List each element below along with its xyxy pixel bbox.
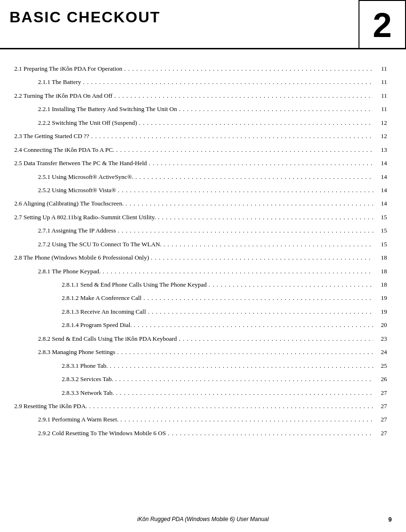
toc-page-number: 14 [375,172,387,182]
toc-page-number: 18 [375,266,387,276]
toc-entry-label: 2.9.2 Cold Resetting To The Windows Mobi… [38,428,166,438]
toc-page-number: 11 [375,77,387,87]
toc-entry: 2.6 Aligning (Calibrating) The Touchscre… [14,198,387,210]
toc-entry: 2.8.2 Send & End Calls Using The iKôn PD… [14,334,387,345]
toc-entry-label: 2.1.1 The Battery [38,77,81,87]
toc-entry: 2.8.3.2 Services Tab.26 [14,374,387,386]
toc-entry-label: 2.2 Turning The iKôn PDA On And Off [14,91,113,101]
page-footer: iKôn Rugged PDA (Windows Mobile 6) User … [0,516,406,523]
toc-dots [139,118,373,128]
toc-page-number: 14 [375,158,387,168]
toc-dots [110,361,373,371]
toc-entry: 2.1 Preparing The iKôn PDA For Operation… [14,64,387,75]
toc-entry-label: 2.8.1.2 Make A Conference Call [62,293,142,303]
toc-dots [143,293,373,303]
toc-entry: 2.9.1 Performing A Warm Reset.27 [14,414,387,426]
toc-entry: 2.8.1.1 Send & End Phone Calls Using The… [14,280,387,291]
chapter-title-block: Basic Checkout [0,0,359,48]
toc-dots [134,320,373,330]
toc-page-number: 27 [375,388,387,398]
toc-dots [89,401,373,411]
toc-dots [179,334,373,344]
toc-page-number: 15 [375,239,387,249]
toc-entry-label: 2.9 Resetting The iKôn PDA. [14,401,87,411]
toc-page-number: 26 [375,374,387,384]
toc-entry: 2.7.1 Assigning The IP Address15 [14,225,387,237]
toc-entry: 2.8.1.4 Program Speed Dial.20 [14,320,387,332]
toc-entry-label: 2.6 Aligning (Calibrating) The Touchscre… [14,198,123,208]
toc-page-number: 15 [375,225,387,235]
toc-entry: 2.5 Data Transfer Between The PC & The H… [14,158,387,170]
toc-entry: 2.2.2 Switching The Unit Off (Suspend)12 [14,118,387,130]
toc-page-number: 15 [375,212,387,222]
toc-dots [118,185,373,196]
toc-dots [149,158,373,168]
footer-title: iKôn Rugged PDA (Windows Mobile 6) User … [14,516,392,523]
toc-entry: 2.8 The Phone (Windows Mobile 6 Professi… [14,252,387,264]
footer-page-number: 9 [388,516,392,523]
toc-entry: 2.1.1 The Battery11 [14,77,387,89]
toc-dots [114,91,373,101]
toc-entry-label: 2.8.3.3 Network Tab. [62,388,114,398]
toc-entry-label: 2.8.3 Managing Phone Settings [38,347,115,357]
toc-dots [125,198,373,209]
toc-page-number: 13 [375,145,387,155]
toc-entry-label: 2.3 The Getting Started CD ?? [14,131,89,141]
toc-entry: 2.9.2 Cold Resetting To The Windows Mobi… [14,428,387,440]
toc-dots [121,414,373,425]
toc-entry-label: 2.5.1 Using Microsoft® ActiveSync®. [38,172,133,182]
toc-entry-label: 2.5 Data Transfer Between The PC & The H… [14,158,147,168]
toc-dots [208,280,373,290]
toc-dots [83,77,373,87]
toc-dots [158,212,373,223]
toc-entry-label: 2.8.1.3 Receive An Incoming Call [62,307,146,317]
toc-entry-label: 2.2.2 Switching The Unit Off (Suspend) [38,118,137,128]
toc-dots [103,266,373,277]
toc-page-number: 27 [375,401,387,411]
toc-dots [115,374,373,384]
toc-page-number: 19 [375,293,387,303]
toc-entry: 2.8.1.2 Make A Conference Call19 [14,293,387,305]
toc-page-number: 19 [375,307,387,317]
toc-entry-label: 2.8.1.1 Send & End Phone Calls Using The… [62,280,207,289]
chapter-header: Basic Checkout 2 [0,0,406,49]
toc-entry-label: 2.5.2 Using Microsoft® Vista® [38,185,116,195]
toc-dots [179,104,373,114]
toc-entry-label: 2.4 Connecting The iKôn PDA To A PC. [14,145,114,155]
toc-page-number: 12 [375,118,387,128]
toc-dots [124,64,373,74]
toc-entry-label: 2.2.1 Installing The Battery And Switchi… [38,104,177,114]
toc-dots [118,225,373,236]
toc-entry-label: 2.8.1.4 Program Speed Dial. [62,320,132,330]
toc-page-number: 18 [375,252,387,262]
toc-dots [151,252,373,263]
toc-entry-label: 2.9.1 Performing A Warm Reset. [38,414,119,424]
toc-entry: 2.8.3.1 Phone Tab.25 [14,361,387,373]
toc-entry-label: 2.8.3.2 Services Tab. [62,374,113,384]
chapter-title: Basic Checkout [9,9,349,26]
toc-page-number: 27 [375,428,387,438]
toc-entry-label: 2.1 Preparing The iKôn PDA For Operation [14,64,123,74]
toc-entry: 2.5.1 Using Microsoft® ActiveSync®.14 [14,172,387,184]
toc-dots [148,307,373,317]
toc-dots [117,347,373,357]
toc-entry: 2.2 Turning The iKôn PDA On And Off11 [14,91,387,103]
toc-entry-label: 2.7 Setting Up A 802.11b/g Radio–Summit … [14,212,156,222]
toc-entry-label: 2.8.3.1 Phone Tab. [62,361,108,371]
toc-entry: 2.2.1 Installing The Battery And Switchi… [14,104,387,116]
toc-dots [91,131,373,141]
toc-dots [116,388,373,398]
toc-page-number: 11 [375,104,387,114]
toc-page-number: 20 [375,320,387,330]
toc-page-number: 23 [375,334,387,344]
toc-entry-label: 2.8 The Phone (Windows Mobile 6 Professi… [14,252,149,262]
toc-entry-label: 2.8.1 The Phone Keypad. [38,266,101,276]
toc-entry-label: 2.8.2 Send & End Calls Using The iKôn PD… [38,334,177,344]
toc-dots [135,172,373,182]
chapter-title-text: Basic Checkout [9,9,161,26]
toc-entry: 2.7.2 Using The SCU To Connect To The WL… [14,239,387,251]
toc-entry: 2.4 Connecting The iKôn PDA To A PC.13 [14,145,387,157]
toc-entry: 2.5.2 Using Microsoft® Vista®14 [14,185,387,197]
toc-page-number: 27 [375,414,387,424]
toc-page-number: 14 [375,198,387,208]
